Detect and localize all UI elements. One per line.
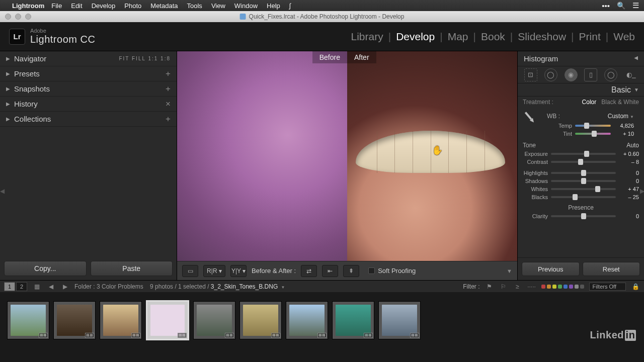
highlights-value[interactable]: 0 (619, 170, 639, 176)
menu-window[interactable]: Window (234, 2, 258, 10)
spot-tool-icon[interactable]: ◯ (544, 68, 557, 81)
color-label-dot[interactable] (580, 285, 584, 289)
shadows-slider[interactable] (551, 180, 616, 182)
menu-photo[interactable]: Photo (124, 2, 141, 10)
filmstrip-thumb[interactable]: ▤▤ (332, 301, 374, 339)
temp-slider[interactable] (575, 125, 611, 127)
menu-metadata[interactable]: Metadata (150, 2, 178, 10)
color-label-dot[interactable] (552, 285, 556, 289)
color-label-filters[interactable] (541, 285, 584, 289)
monitor-2-button[interactable]: 2 (16, 282, 27, 291)
collections-add-button[interactable]: + (166, 114, 171, 124)
right-panel-grip[interactable]: ▶ (640, 181, 644, 201)
brush-tool-icon[interactable]: ◐⎯ (624, 68, 637, 81)
auto-tone-button[interactable]: Auto (626, 142, 639, 149)
filmstrip-thumb[interactable]: ▤▤ (239, 301, 282, 339)
module-library[interactable]: Library (351, 31, 383, 43)
traffic-minimize[interactable] (15, 14, 21, 20)
filmstrip-thumb[interactable]: ▤▤ (100, 301, 142, 339)
rating-filter-icon[interactable]: ≥ (513, 282, 522, 291)
blacks-value[interactable]: – 25 (619, 194, 639, 200)
left-panel-grip[interactable]: ◀ (0, 181, 4, 201)
menu-file[interactable]: File (51, 2, 62, 10)
basic-panel-header[interactable]: Basic ▼ (518, 83, 644, 97)
filmstrip-thumb[interactable]: ▤▤ (286, 301, 328, 339)
filmstrip-thumb[interactable]: ▤▤ (378, 301, 421, 339)
history-header[interactable]: ▶ History × (0, 97, 177, 112)
menu-view[interactable]: View (211, 2, 225, 10)
star-icon[interactable]: ····· (527, 282, 536, 291)
filmstrip-thumb[interactable]: ▤▤ (146, 300, 189, 340)
flag-picked-icon[interactable]: ⚑ (485, 282, 494, 291)
filmstrip-thumb[interactable]: ▤▤ (193, 301, 235, 339)
module-develop[interactable]: Develop (396, 31, 435, 43)
exposure-slider[interactable] (551, 153, 616, 155)
module-map[interactable]: Map (448, 31, 468, 43)
crop-tool-icon[interactable]: ⊡ (524, 68, 537, 81)
treatment-bw[interactable]: Black & White (601, 99, 639, 106)
prev-arrow-icon[interactable]: ◀ (46, 282, 55, 291)
histogram-header[interactable]: Histogram ▶ (518, 51, 644, 66)
presets-add-button[interactable]: + (166, 69, 171, 79)
soft-proofing-checkbox[interactable] (368, 267, 375, 274)
color-label-dot[interactable] (569, 285, 573, 289)
contrast-value[interactable]: – 8 (619, 159, 639, 165)
swap-button[interactable]: ⇄ (301, 265, 317, 277)
tint-value[interactable]: + 10 (614, 131, 634, 137)
reset-button[interactable]: Reset (583, 262, 640, 276)
tint-slider[interactable] (575, 133, 611, 135)
module-web[interactable]: Web (613, 31, 635, 43)
monitor-1-button[interactable]: 1 (4, 282, 15, 291)
paste-button[interactable]: Paste (91, 261, 173, 276)
copy-button[interactable]: Copy... (4, 261, 87, 276)
menu-tools[interactable]: Tools (187, 2, 202, 10)
color-label-dot[interactable] (575, 285, 579, 289)
module-book[interactable]: Book (481, 31, 505, 43)
menu-cc-icon[interactable]: ∫ (289, 2, 291, 10)
radial-tool-icon[interactable]: ◯ (604, 68, 617, 81)
traffic-zoom[interactable] (25, 14, 31, 20)
folder-path[interactable]: Folder : 3 Color Problems 9 photos / 1 s… (74, 283, 285, 290)
loupe-view-button[interactable]: ▭ (182, 265, 198, 277)
presets-header[interactable]: ▶ Presets + (0, 66, 177, 81)
filmstrip-thumb[interactable]: ▤▤ (7, 301, 49, 339)
menu-develop[interactable]: Develop (92, 2, 116, 10)
navigator-header[interactable]: ▶ Navigator FIT FILL 1:1 1:8 (0, 51, 177, 66)
gradient-tool-icon[interactable]: ▯ (584, 68, 597, 81)
blacks-slider[interactable] (551, 196, 616, 198)
previous-button[interactable]: Previous (522, 262, 580, 276)
snapshots-add-button[interactable]: + (166, 84, 171, 94)
copy-after-button[interactable]: ⇞ (343, 265, 359, 277)
snapshots-header[interactable]: ▶ Snapshots + (0, 81, 177, 97)
menu-edit[interactable]: Edit (71, 2, 82, 10)
after-image[interactable]: After ✋ (347, 51, 517, 261)
exposure-value[interactable]: + 0.60 (619, 151, 639, 157)
toolbar-menu-icon[interactable]: ▼ (507, 268, 512, 274)
app-name[interactable]: Lightroom (12, 2, 44, 10)
contrast-slider[interactable] (551, 161, 616, 163)
before-image[interactable]: Before (177, 51, 347, 261)
white-balance-eyedropper-icon[interactable] (520, 108, 541, 129)
whites-value[interactable]: + 47 (619, 186, 639, 192)
grid-icon[interactable]: ▦ (32, 282, 41, 291)
filters-off-dropdown[interactable]: Filters Off (589, 283, 626, 291)
color-label-dot[interactable] (541, 285, 545, 289)
collections-header[interactable]: ▶ Collections + (0, 112, 177, 127)
clarity-value[interactable]: 0 (619, 213, 639, 219)
menu-help[interactable]: Help (267, 2, 280, 10)
redeye-tool-icon[interactable]: ◉ (565, 68, 578, 81)
wb-dropdown[interactable]: Custom▼ (608, 113, 634, 120)
treatment-color[interactable]: Color (582, 99, 597, 106)
whites-slider[interactable] (551, 188, 616, 190)
search-icon[interactable]: 🔍 (617, 2, 625, 10)
temp-value[interactable]: 4,826 (614, 123, 634, 129)
module-slideshow[interactable]: Slideshow (518, 31, 566, 43)
history-clear-button[interactable]: × (166, 99, 171, 109)
overflow-icon[interactable]: ••• (602, 2, 610, 10)
color-label-dot[interactable] (558, 285, 562, 289)
traffic-close[interactable] (5, 14, 11, 20)
next-arrow-icon[interactable]: ▶ (60, 282, 69, 291)
color-label-dot[interactable] (547, 285, 551, 289)
before-after-button[interactable]: Y|Y ▾ (230, 265, 247, 277)
compare-view-button[interactable]: R|R ▾ (203, 265, 225, 277)
